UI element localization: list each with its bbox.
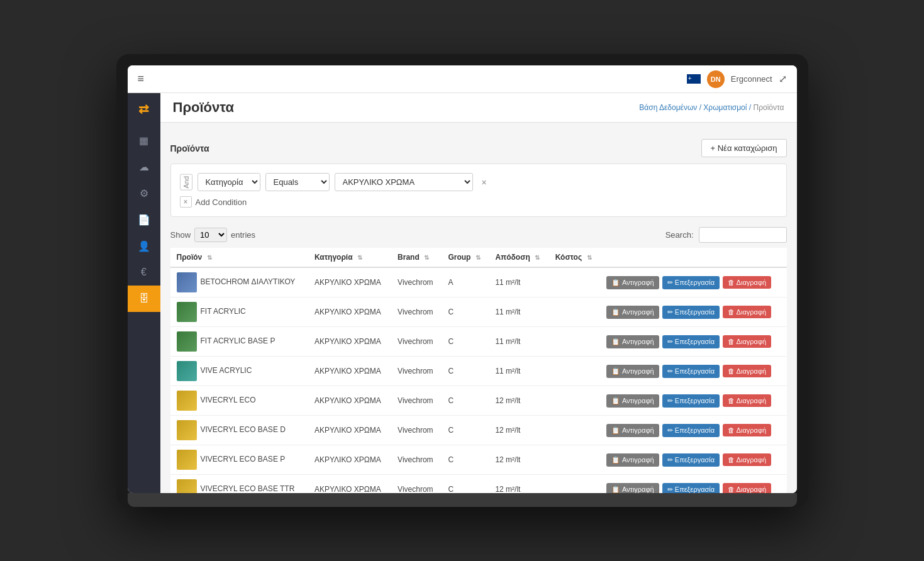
sort-icon-apodosi[interactable]: ⇅ xyxy=(535,254,540,261)
delete-button[interactable]: 🗑 Διαγραφή xyxy=(723,365,771,377)
language-flag[interactable] xyxy=(687,74,701,84)
delete-button[interactable]: 🗑 Διαγραφή xyxy=(723,335,771,348)
sort-icon-kostos[interactable]: ⇅ xyxy=(587,254,592,261)
sidebar-item-grid[interactable]: ▦ xyxy=(128,127,160,153)
edit-button[interactable]: ✏ Επεξεργασία xyxy=(662,365,720,378)
sidebar: ⇄ ▦ ☁ ⚙ 📄 👤 xyxy=(128,93,160,493)
sidebar-item-database[interactable]: 🗄 xyxy=(128,286,160,312)
copy-button[interactable]: 📋 Αντιγραφή xyxy=(606,424,659,437)
sidebar-item-cloud[interactable]: ☁ xyxy=(128,153,160,180)
table-row: VIVECRYL ECOΑΚΡΥΛΙΚΟ ΧΡΩΜΑVivechromC12 m… xyxy=(170,386,787,416)
filter-operator-select[interactable]: Equals Contains Not Equals xyxy=(265,173,330,191)
copy-button[interactable]: 📋 Αντιγραφή xyxy=(606,365,659,378)
sidebar-item-user[interactable]: 👤 xyxy=(128,233,160,259)
cell-apodosi: 12 m²/lt xyxy=(489,416,548,445)
products-label: Προϊόντα xyxy=(170,143,209,153)
copy-button[interactable]: 📋 Αντιγραφή xyxy=(606,276,659,289)
content-header: Προϊόντα Βάση Δεδομένων / Χρωματισμοί / … xyxy=(160,93,797,123)
sort-icon-product[interactable]: ⇅ xyxy=(207,254,212,261)
col-header-actions xyxy=(600,248,786,267)
cell-actions: 📋 Αντιγραφή✏ Επεξεργασία🗑 Διαγραφή xyxy=(600,386,786,416)
table-row: VIVE ACRYLICΑΚΡΥΛΙΚΟ ΧΡΩΜΑVivechromC11 m… xyxy=(170,357,787,386)
top-bar-left: ≡ xyxy=(138,72,145,86)
breadcrumb-db[interactable]: Βάση Δεδομένων xyxy=(639,103,697,112)
col-header-kostos: Κόστος ⇅ xyxy=(549,248,601,267)
cell-product-name: VIVECRYL ECO BASE P xyxy=(170,445,308,475)
delete-button[interactable]: 🗑 Διαγραφή xyxy=(723,483,771,493)
copy-button[interactable]: 📋 Αντιγραφή xyxy=(606,483,659,494)
delete-button[interactable]: 🗑 Διαγραφή xyxy=(723,453,771,466)
breadcrumb-colors[interactable]: Χρωματισμοί xyxy=(703,103,747,112)
add-condition-link[interactable]: Add Condition xyxy=(196,197,247,207)
add-condition-x-icon[interactable]: × xyxy=(180,196,192,208)
cell-actions: 📋 Αντιγραφή✏ Επεξεργασία🗑 Διαγραφή xyxy=(600,445,786,475)
new-entry-button[interactable]: + Νέα καταχώριση xyxy=(701,139,787,157)
edit-button[interactable]: ✏ Επεξεργασία xyxy=(662,276,720,289)
cell-category: ΑΚΡΥΛΙΚΟ ΧΡΩΜΑ xyxy=(308,297,391,327)
top-bar: ≡ DN Ergconnect ⤢ xyxy=(128,65,797,93)
copy-button[interactable]: 📋 Αντιγραφή xyxy=(606,335,659,348)
cell-kostos xyxy=(549,475,601,494)
edit-button[interactable]: ✏ Επεξεργασία xyxy=(662,453,720,467)
cell-brand: Vivechrom xyxy=(391,475,442,494)
edit-button[interactable]: ✏ Επεξεργασία xyxy=(662,394,720,408)
main-layout: ⇄ ▦ ☁ ⚙ 📄 👤 xyxy=(128,93,797,493)
cell-group: C xyxy=(442,297,489,327)
copy-button[interactable]: 📋 Αντιγραφή xyxy=(606,306,659,319)
show-entries-control: Show 10 25 50 100 entries xyxy=(170,228,256,242)
cell-category: ΑΚΡΥΛΙΚΟ ΧΡΩΜΑ xyxy=(308,475,391,494)
edit-button[interactable]: ✏ Επεξεργασία xyxy=(662,335,720,348)
delete-button[interactable]: 🗑 Διαγραφή xyxy=(723,306,771,318)
cell-brand: Vivechrom xyxy=(391,267,442,297)
sidebar-item-document[interactable]: 📄 xyxy=(128,206,160,233)
cell-brand: Vivechrom xyxy=(391,327,442,357)
sort-icon-brand[interactable]: ⇅ xyxy=(424,254,429,261)
sidebar-logo: ⇄ xyxy=(133,99,155,118)
table-header-row: Προϊόν ⇅ Κατηγορία ⇅ Brand xyxy=(170,248,787,267)
edit-button[interactable]: ✏ Επεξεργασία xyxy=(662,424,720,437)
table-row: BETOCHROM ΔΙΑΛΥΤΙΚΟΥΑΚΡΥΛΙΚΟ ΧΡΩΜΑVivech… xyxy=(170,267,787,297)
entries-select[interactable]: 10 25 50 100 xyxy=(194,228,227,242)
cell-product-name: FIT ACRYLIC xyxy=(170,297,308,327)
cell-product-name: VIVE ACRYLIC xyxy=(170,357,308,386)
cell-kostos xyxy=(549,327,601,357)
copy-button[interactable]: 📋 Αντιγραφή xyxy=(606,453,659,467)
document-icon: 📄 xyxy=(138,214,150,226)
cell-category: ΑΚΡΥΛΙΚΟ ΧΡΩΜΑ xyxy=(308,445,391,475)
sort-icon-group[interactable]: ⇅ xyxy=(476,254,481,261)
products-header: Προϊόντα + Νέα καταχώριση xyxy=(170,133,787,164)
cell-group: C xyxy=(442,386,489,416)
user-avatar[interactable]: DN xyxy=(707,70,725,88)
search-input[interactable] xyxy=(699,227,787,243)
cell-kostos xyxy=(549,357,601,386)
filter-field-select[interactable]: Κατηγορία Brand Group Απόδοση Κόστος xyxy=(198,173,260,191)
filter-value-select[interactable]: ΑΚΡΥΛΙΚΟ ΧΡΩΜΑ ΒΕΡΝΙΚΙ ΑΣΤΆΡΙ ΜΟΝΩΤΙΚΟ xyxy=(335,173,473,191)
expand-icon[interactable]: ⤢ xyxy=(779,73,787,85)
cell-actions: 📋 Αντιγραφή✏ Επεξεργασία🗑 Διαγραφή xyxy=(600,357,786,386)
sidebar-item-euro[interactable]: € xyxy=(128,259,160,286)
filter-row: And Κατηγορία Brand Group Απόδοση Κόστος xyxy=(180,173,777,191)
sidebar-item-tools[interactable]: ⚙ xyxy=(128,180,160,206)
cell-kostos xyxy=(549,386,601,416)
cell-group: C xyxy=(442,475,489,494)
euro-icon: € xyxy=(141,267,147,278)
content-area: Προϊόντα Βάση Δεδομένων / Χρωματισμοί / … xyxy=(160,93,797,493)
app-name-label: Ergconnect xyxy=(731,74,772,84)
filter-remove-button[interactable]: × xyxy=(478,176,491,189)
delete-button[interactable]: 🗑 Διαγραφή xyxy=(723,394,771,407)
cell-product-name: BETOCHROM ΔΙΑΛΥΤΙΚΟΥ xyxy=(170,267,308,297)
cell-actions: 📋 Αντιγραφή✏ Επεξεργασία🗑 Διαγραφή xyxy=(600,267,786,297)
edit-button[interactable]: ✏ Επεξεργασία xyxy=(662,306,720,319)
cell-group: A xyxy=(442,267,489,297)
edit-button[interactable]: ✏ Επεξεργασία xyxy=(662,483,720,494)
show-label: Show xyxy=(170,230,191,240)
copy-button[interactable]: 📋 Αντιγραφή xyxy=(606,394,659,408)
sort-icon-category[interactable]: ⇅ xyxy=(357,254,362,261)
cell-group: C xyxy=(442,357,489,386)
hamburger-icon[interactable]: ≡ xyxy=(138,72,145,86)
cell-apodosi: 11 m²/lt xyxy=(489,267,548,297)
delete-button[interactable]: 🗑 Διαγραφή xyxy=(723,424,771,436)
delete-button[interactable]: 🗑 Διαγραφή xyxy=(723,276,771,289)
col-header-brand: Brand ⇅ xyxy=(391,248,442,267)
cell-brand: Vivechrom xyxy=(391,357,442,386)
